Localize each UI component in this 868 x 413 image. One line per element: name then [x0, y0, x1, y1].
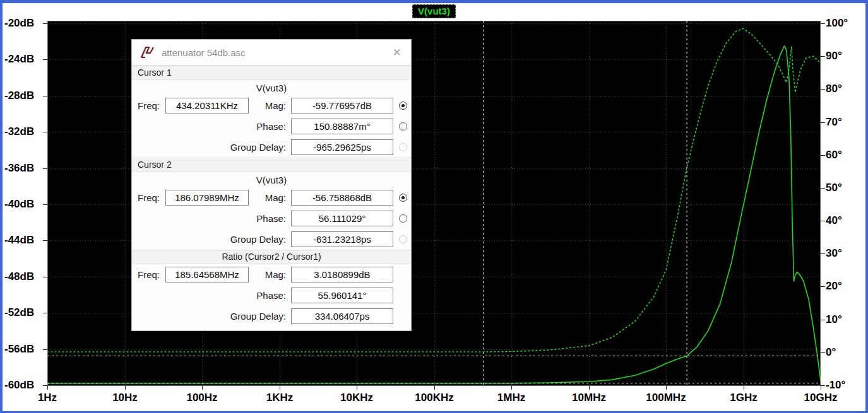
cursor1-trace-name: V(vut3) [132, 80, 411, 95]
cursor2-freq-mag-row: Freq: Mag: [132, 187, 411, 208]
cursor1-mag-input[interactable] [291, 98, 393, 113]
dialog-titlebar[interactable]: attenuator 54db.asc ✕ [132, 40, 411, 66]
ratio-gdelay-input[interactable] [291, 308, 393, 324]
ltspice-window: V(vut3) -20dB-24dB-28dB-32dB-36dB-40dB-4… [0, 0, 868, 413]
cursor2-gdelay-radio[interactable] [399, 235, 407, 243]
ltspice-logo-icon [140, 45, 156, 59]
cursor1-mag-radio[interactable] [399, 102, 407, 110]
mag-label: Mag: [249, 192, 291, 203]
cursor2-phase-row: Phase: [132, 208, 411, 229]
cursor1-freq-input[interactable] [165, 98, 249, 113]
cursor1-header: Cursor 1 [132, 66, 411, 80]
cursor-dialog[interactable]: attenuator 54db.asc ✕ Cursor 1 V(vut3) F… [131, 39, 412, 331]
cursor1-phase-input[interactable] [291, 119, 393, 134]
cursor1-section: Cursor 1 V(vut3) Freq: Mag: Phase: Group… [132, 66, 411, 158]
close-icon[interactable]: ✕ [389, 47, 405, 58]
phase-label: Phase: [138, 213, 291, 224]
plot-trace-label[interactable]: V(vut3) [412, 4, 456, 18]
cursor2-mag-radio[interactable] [399, 194, 407, 202]
freq-label: Freq: [138, 192, 165, 203]
plot-title-strip: V(vut3) [3, 3, 865, 20]
ratio-header: Ratio (Cursor2 / Cursor1) [132, 250, 411, 264]
cursor1-gdelay-input[interactable] [291, 139, 393, 155]
cursor2-phase-radio[interactable] [399, 214, 407, 223]
cursor2-gdelay-row: Group Delay: [132, 229, 411, 250]
cursor2-section: Cursor 2 V(vut3) Freq: Mag: Phase: Group… [132, 158, 411, 250]
cursor1-freq-mag-row: Freq: Mag: [132, 95, 411, 116]
cursor1-gdelay-row: Group Delay: [132, 137, 411, 158]
dialog-title: attenuator 54db.asc [162, 47, 389, 58]
group-delay-label: Group Delay: [138, 142, 291, 153]
cursor2-trace-name: V(vut3) [132, 172, 411, 187]
freq-label: Freq: [138, 269, 165, 280]
cursor1-gdelay-radio[interactable] [399, 143, 407, 151]
group-delay-label: Group Delay: [138, 311, 291, 322]
ratio-gdelay-row: Group Delay: [132, 306, 411, 327]
cursor1-phase-row: Phase: [132, 116, 411, 137]
ratio-phase-row: Phase: [132, 285, 411, 306]
cursor2-header: Cursor 2 [132, 158, 411, 172]
phase-label: Phase: [138, 290, 291, 301]
ratio-section: Ratio (Cursor2 / Cursor1) Freq: Mag: Pha… [132, 250, 411, 330]
cursor2-freq-input[interactable] [165, 190, 249, 206]
ratio-freq-input[interactable] [165, 267, 249, 282]
ratio-freq-mag-row: Freq: Mag: [132, 264, 411, 285]
mag-label: Mag: [249, 100, 291, 111]
cursor2-gdelay-input[interactable] [291, 231, 393, 247]
freq-label: Freq: [138, 100, 165, 111]
ratio-phase-input[interactable] [291, 288, 393, 303]
cursor1-phase-radio[interactable] [399, 122, 407, 131]
cursor2-mag-input[interactable] [291, 190, 393, 206]
mag-label: Mag: [249, 269, 291, 280]
group-delay-label: Group Delay: [138, 234, 291, 245]
phase-label: Phase: [138, 121, 291, 132]
cursor2-phase-input[interactable] [291, 211, 393, 226]
ratio-mag-input[interactable] [291, 267, 393, 282]
